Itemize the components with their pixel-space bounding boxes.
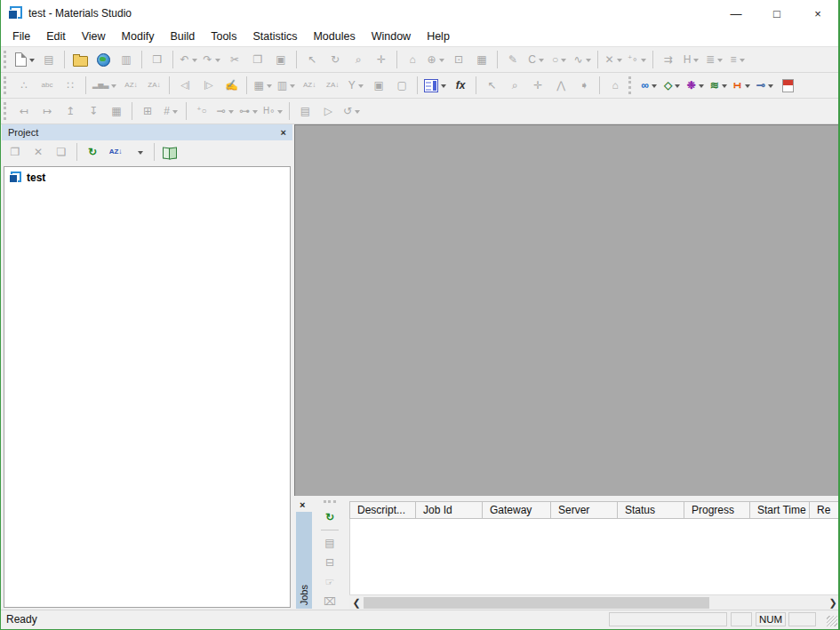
previous-frame-button[interactable]: ◁| bbox=[174, 76, 196, 95]
run-script-button[interactable]: ▷ bbox=[317, 101, 339, 121]
pan-tool-button[interactable]: ✛ bbox=[527, 76, 548, 95]
menu-view[interactable]: View bbox=[74, 28, 114, 44]
menu-tools[interactable]: Tools bbox=[203, 28, 244, 44]
unprotect-button[interactable]: ▢ bbox=[391, 76, 412, 95]
column-header-progress[interactable]: Progress bbox=[684, 501, 750, 519]
menu-help[interactable]: Help bbox=[419, 28, 458, 44]
supercell-button[interactable]: # bbox=[160, 101, 181, 121]
menu-edit[interactable]: Edit bbox=[38, 28, 74, 44]
protect-button[interactable]: ▣ bbox=[368, 76, 389, 95]
symmetry-options-button[interactable]: ∷ bbox=[60, 76, 81, 95]
next-frame-button[interactable]: |▷ bbox=[197, 76, 219, 95]
menu-modify[interactable]: Modify bbox=[114, 28, 163, 44]
sketch-fragment-button[interactable]: ∿ bbox=[572, 50, 593, 69]
scroll-left-icon[interactable]: ❮ bbox=[349, 595, 364, 610]
menu-build[interactable]: Build bbox=[162, 28, 203, 44]
calculator-button[interactable]: ▦ bbox=[252, 76, 273, 95]
adjust-bond-type-button[interactable]: ✕ bbox=[603, 50, 624, 69]
column-header-gateway[interactable]: Gateway bbox=[483, 501, 551, 519]
menu-file[interactable]: File bbox=[4, 28, 38, 44]
job-properties-button[interactable]: ▤ bbox=[319, 534, 340, 552]
sketch-atom-button[interactable]: ✎ bbox=[502, 50, 524, 69]
jobs-tab[interactable]: Jobs bbox=[299, 585, 309, 605]
toolbar-grip[interactable] bbox=[4, 102, 8, 120]
sketch-ring-button[interactable]: ○ bbox=[548, 50, 570, 69]
open-reference-button[interactable] bbox=[159, 142, 180, 162]
redefine-lattice-button[interactable]: ⊞ bbox=[137, 101, 158, 121]
modify-element-button[interactable]: ⁺∘ bbox=[626, 50, 648, 69]
sort-ascending-button[interactable]: AZ↓ bbox=[120, 76, 141, 95]
annotate-button[interactable]: ✍ bbox=[220, 76, 242, 95]
rebond-button[interactable]: ⇉ bbox=[658, 50, 679, 69]
save-button[interactable]: ▤ bbox=[38, 50, 60, 69]
build-nanostructure-button[interactable]: ❉ bbox=[684, 76, 706, 95]
qsar-link-button[interactable]: ⊸ bbox=[754, 76, 775, 95]
selection-mode-button[interactable]: ↖ bbox=[301, 50, 323, 69]
scrollbar-thumb[interactable] bbox=[364, 597, 709, 609]
column-header-start-time[interactable]: Start Time bbox=[750, 501, 810, 519]
rename-item-button[interactable]: ❏ bbox=[51, 142, 72, 162]
tree-item-test[interactable]: test bbox=[7, 171, 287, 185]
close-button[interactable]: × bbox=[797, 0, 838, 27]
display-options-button[interactable]: ▦ bbox=[471, 50, 492, 69]
menu-window[interactable]: Window bbox=[364, 28, 419, 44]
toolkit-button[interactable] bbox=[777, 76, 798, 95]
refresh-project-button[interactable]: ↻ bbox=[82, 142, 103, 162]
sort-table-descending-button[interactable]: ZA↓ bbox=[322, 76, 343, 95]
clean-button[interactable]: ≣ bbox=[704, 50, 725, 69]
rotation-mode-button[interactable]: ↻ bbox=[324, 50, 346, 69]
sort-table-ascending-button[interactable]: AZ↓ bbox=[299, 76, 320, 95]
sort-descending-button[interactable]: ZA↓ bbox=[143, 76, 164, 95]
sort-project-button[interactable]: AZ↓ bbox=[105, 142, 126, 162]
new-document-button[interactable] bbox=[13, 50, 36, 69]
sort-options-button[interactable] bbox=[128, 142, 149, 162]
adjust-hydrogen-button[interactable]: H bbox=[681, 50, 702, 69]
insert-function-button[interactable]: fx bbox=[450, 76, 471, 95]
import-button[interactable] bbox=[92, 50, 114, 69]
paste-button[interactable]: ▣ bbox=[270, 50, 292, 69]
select-tool-button[interactable]: ↖ bbox=[481, 76, 502, 95]
resize-grip[interactable] bbox=[827, 616, 837, 626]
column-header-server[interactable]: Server bbox=[551, 501, 618, 519]
cell-properties-button[interactable]: ▦ bbox=[106, 101, 127, 121]
delete-item-button[interactable]: ✕ bbox=[28, 142, 49, 162]
project-home-button[interactable]: ⌂ bbox=[604, 76, 626, 95]
open-button[interactable] bbox=[69, 50, 91, 69]
column-header-re[interactable]: Re bbox=[810, 501, 840, 519]
peak-analysis-button[interactable]: ⋀ bbox=[550, 76, 572, 95]
script-document-button[interactable]: ▤ bbox=[294, 101, 316, 121]
create-bond-button[interactable]: ⊸ bbox=[214, 101, 236, 121]
column-header-status[interactable]: Status bbox=[618, 501, 684, 519]
reset-view-button[interactable]: ⌂ bbox=[402, 50, 423, 69]
minimize-button[interactable]: — bbox=[716, 0, 756, 27]
view-onto-button[interactable]: ⊕ bbox=[425, 50, 446, 69]
workflow-button[interactable]: ➧ bbox=[573, 76, 595, 95]
refresh-jobs-button[interactable]: ↻ bbox=[319, 508, 340, 526]
measure-change-button[interactable]: ⊶ bbox=[237, 101, 260, 121]
add-atom-button[interactable]: ⁺○ bbox=[191, 101, 212, 121]
adjust-hydrogens-button[interactable]: H∘ bbox=[261, 101, 284, 121]
menu-statistics[interactable]: Statistics bbox=[244, 28, 305, 44]
redo-button[interactable]: ↷ bbox=[201, 50, 222, 69]
expand-right-button[interactable]: ↦ bbox=[36, 101, 58, 121]
amorphous-cell-button[interactable]: ∺ bbox=[731, 76, 752, 95]
maximize-button[interactable]: □ bbox=[756, 0, 797, 27]
find-symmetry-button[interactable]: ∴ bbox=[13, 76, 35, 95]
stop-job-button[interactable]: ☞ bbox=[319, 573, 340, 591]
jobs-close-icon[interactable]: × bbox=[300, 499, 305, 510]
align-structures-button[interactable]: ≡ bbox=[727, 50, 748, 69]
column-header-job-id[interactable]: Job Id bbox=[416, 501, 483, 519]
sketch-arc-button[interactable]: C bbox=[525, 50, 547, 69]
toolbar-grip[interactable] bbox=[4, 51, 8, 68]
toolbar-grip[interactable] bbox=[324, 500, 336, 505]
export-button[interactable]: ▥ bbox=[116, 50, 137, 69]
expand-left-button[interactable]: ↤ bbox=[13, 101, 35, 121]
undo-button[interactable]: ↶ bbox=[178, 50, 199, 69]
study-table-button[interactable]: ▥ bbox=[276, 76, 297, 95]
new-item-button[interactable]: ❐ bbox=[4, 142, 26, 162]
new-3d-window-button[interactable]: ❒ bbox=[147, 50, 168, 69]
toolbar-grip[interactable] bbox=[4, 76, 8, 94]
expand-down-button[interactable]: ↧ bbox=[83, 101, 104, 121]
project-close-icon[interactable]: × bbox=[281, 127, 286, 138]
cut-button[interactable]: ✂ bbox=[224, 50, 245, 69]
